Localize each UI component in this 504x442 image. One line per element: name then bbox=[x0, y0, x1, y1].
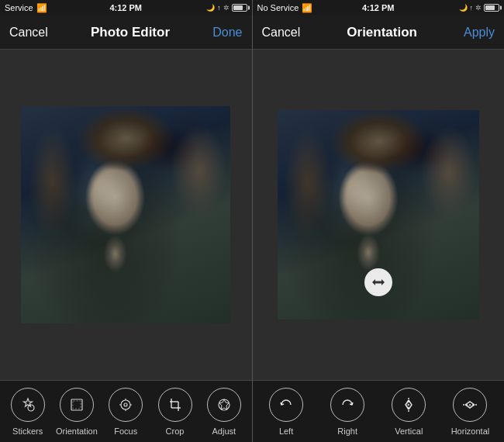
left-battery-icon bbox=[232, 4, 247, 12]
orientation-tool[interactable]: Orientation bbox=[55, 388, 98, 436]
right-nav-title: Orientation bbox=[347, 25, 417, 40]
left-battery-fill bbox=[233, 5, 243, 10]
svg-point-4 bbox=[124, 403, 127, 406]
left-cancel-button[interactable]: Cancel bbox=[9, 26, 48, 40]
left-photo-area bbox=[0, 50, 252, 380]
right-phone-screen: No Service 📶 4:12 PM 🌙 ↑ ✲ Cancel Orient… bbox=[253, 0, 505, 442]
left-photo-canvas bbox=[21, 106, 230, 323]
orientation-label: Orientation bbox=[56, 426, 98, 436]
right-nav-bar: Cancel Orientation Apply bbox=[253, 16, 505, 50]
left-bottom-toolbar: Stickers Orientation bbox=[0, 380, 252, 442]
orient-toolbar: Left Right Vertical bbox=[253, 380, 505, 442]
crop-tool[interactable]: Crop bbox=[154, 388, 196, 436]
crop-label: Crop bbox=[166, 426, 185, 436]
flip-horizontal-tool[interactable]: Horizontal bbox=[449, 388, 492, 436]
rotate-right-label: Right bbox=[337, 426, 357, 436]
right-photo-canvas bbox=[278, 110, 479, 319]
left-service-text: Service bbox=[5, 3, 33, 12]
rotate-right-icon bbox=[330, 388, 364, 422]
left-painting-overlay bbox=[21, 106, 230, 323]
adjust-icon bbox=[207, 388, 241, 422]
right-photo-area bbox=[253, 50, 505, 380]
left-phone-screen: Service 📶 4:12 PM 🌙 ↑ ✲ Cancel Photo Edi… bbox=[0, 0, 252, 442]
focus-tool[interactable]: Focus bbox=[105, 388, 147, 436]
left-moon-icon: 🌙 bbox=[206, 4, 215, 12]
right-apply-button[interactable]: Apply bbox=[464, 26, 495, 40]
right-wifi-icon: 📶 bbox=[302, 3, 312, 13]
left-time: 4:12 PM bbox=[109, 3, 142, 12]
flip-horizontal-label: Horizontal bbox=[451, 426, 490, 436]
svg-point-13 bbox=[219, 399, 230, 410]
left-arrow-icon: ↑ bbox=[217, 4, 221, 12]
rotate-right-tool[interactable]: Right bbox=[326, 388, 369, 436]
flip-vertical-tool[interactable]: Vertical bbox=[388, 388, 430, 436]
left-wifi-icon: 📶 bbox=[36, 3, 47, 13]
svg-rect-2 bbox=[73, 401, 81, 409]
left-nav-bar: Cancel Photo Editor Done bbox=[0, 16, 252, 50]
right-status-left: No Service 📶 bbox=[257, 3, 313, 13]
flip-vertical-label: Vertical bbox=[395, 426, 423, 436]
right-status-bar: No Service 📶 4:12 PM 🌙 ↑ ✲ bbox=[253, 0, 505, 16]
stickers-label: Stickers bbox=[12, 426, 43, 436]
right-battery-icon bbox=[484, 4, 499, 12]
right-battery-fill bbox=[485, 5, 495, 10]
right-no-service-text: No Service bbox=[257, 3, 299, 12]
right-cancel-button[interactable]: Cancel bbox=[262, 26, 301, 40]
svg-point-3 bbox=[121, 400, 130, 409]
left-bt-icon: ✲ bbox=[223, 4, 230, 12]
adjust-label: Adjust bbox=[212, 426, 236, 436]
crop-icon bbox=[158, 388, 192, 422]
focus-icon bbox=[109, 388, 143, 422]
svg-point-0 bbox=[28, 405, 34, 411]
left-nav-title: Photo Editor bbox=[91, 25, 170, 40]
right-moon-icon: 🌙 bbox=[459, 4, 468, 12]
orientation-icon bbox=[60, 388, 94, 422]
left-done-button[interactable]: Done bbox=[212, 26, 242, 40]
stickers-tool[interactable]: Stickers bbox=[6, 388, 49, 436]
right-time: 4:12 PM bbox=[362, 3, 395, 12]
left-status-bar: Service 📶 4:12 PM 🌙 ↑ ✲ bbox=[0, 0, 252, 16]
adjust-tool[interactable]: Adjust bbox=[202, 388, 245, 436]
flip-vertical-icon bbox=[392, 388, 426, 422]
rotate-left-tool[interactable]: Left bbox=[265, 388, 308, 436]
flip-handle-button[interactable] bbox=[364, 268, 392, 296]
stickers-icon bbox=[11, 388, 45, 422]
right-arrow-icon: ↑ bbox=[470, 4, 474, 12]
rotate-left-label: Left bbox=[279, 426, 293, 436]
focus-label: Focus bbox=[114, 426, 137, 436]
rotate-left-icon bbox=[269, 388, 303, 422]
flip-horizontal-icon bbox=[453, 388, 487, 422]
left-status-right: 🌙 ↑ ✲ bbox=[206, 4, 247, 12]
right-bt-icon: ✲ bbox=[475, 4, 482, 12]
left-status-left: Service 📶 bbox=[5, 3, 47, 13]
left-portrait-image bbox=[21, 106, 230, 323]
right-status-right: 🌙 ↑ ✲ bbox=[459, 4, 500, 12]
